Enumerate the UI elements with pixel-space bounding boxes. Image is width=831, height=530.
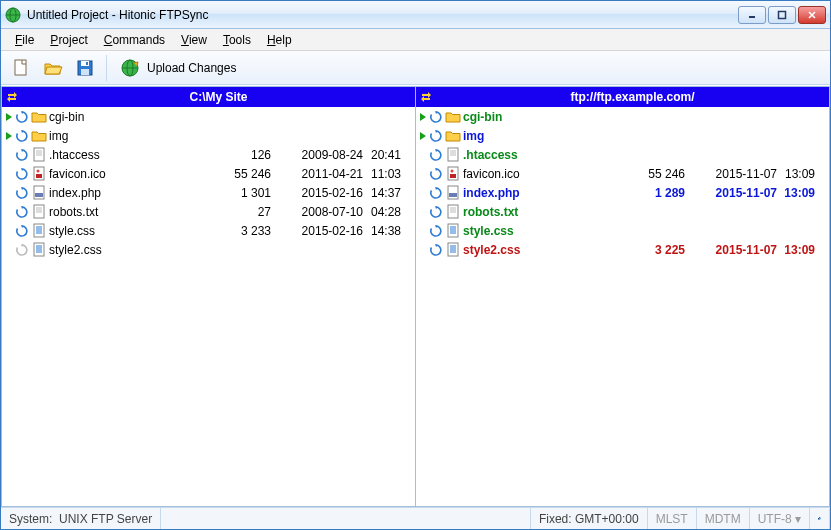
globe-icon	[5, 7, 21, 23]
item-date: 2015-11-07	[691, 186, 781, 200]
item-size: 55 246	[207, 167, 277, 181]
right-pane-title: ftp://ftp.example.com/	[436, 90, 829, 104]
list-item[interactable]: img	[416, 126, 829, 145]
svg-rect-54	[448, 186, 458, 199]
item-time: 14:38	[367, 224, 413, 238]
item-size: 55 246	[621, 167, 691, 181]
item-name: style.css	[48, 224, 207, 238]
refresh-icon[interactable]	[14, 187, 30, 199]
refresh-icon[interactable]	[14, 168, 30, 180]
sync-icon	[416, 87, 436, 107]
menu-view[interactable]: View	[173, 31, 215, 49]
svg-point-26	[37, 169, 40, 172]
item-name: favicon.ico	[48, 167, 207, 181]
open-folder-icon	[43, 58, 63, 78]
save-button[interactable]	[71, 54, 99, 82]
new-button[interactable]	[7, 54, 35, 82]
list-item[interactable]: style.css3 2332015-02-1614:38	[2, 221, 415, 240]
menu-help[interactable]: Help	[259, 31, 300, 49]
item-time: 11:03	[367, 167, 413, 181]
list-item[interactable]: cgi-bin	[2, 107, 415, 126]
list-item[interactable]: robots.txt	[416, 202, 829, 221]
svg-rect-7	[15, 60, 26, 75]
folder-icon	[30, 129, 48, 143]
file-icon	[30, 204, 48, 220]
item-date: 2008-07-10	[277, 205, 367, 219]
refresh-icon[interactable]	[428, 225, 444, 237]
right-file-list[interactable]: cgi-binimg.htaccessfavicon.ico55 2462015…	[416, 107, 829, 506]
status-system: System: UNIX FTP Server	[1, 508, 161, 529]
open-button[interactable]	[39, 54, 67, 82]
refresh-icon[interactable]	[428, 111, 444, 123]
list-item[interactable]: cgi-bin	[416, 107, 829, 126]
status-screens-icon[interactable]	[810, 508, 830, 529]
item-date: 2015-11-07	[691, 243, 781, 257]
list-item[interactable]: index.php1 3012015-02-1614:37	[2, 183, 415, 202]
menu-project[interactable]: Project	[42, 31, 95, 49]
right-pane-header[interactable]: ftp://ftp.example.com/	[416, 87, 829, 107]
list-item[interactable]: style2.css3 2252015-11-0713:09	[416, 240, 829, 259]
list-item[interactable]: .htaccess1262009-08-2420:41	[2, 145, 415, 164]
globe-upload-icon	[119, 57, 141, 79]
refresh-icon[interactable]	[14, 111, 30, 123]
file-icon	[444, 166, 462, 182]
item-date: 2015-02-16	[277, 186, 367, 200]
refresh-icon[interactable]	[14, 206, 30, 218]
list-item[interactable]: favicon.ico55 2462015-11-0713:09	[416, 164, 829, 183]
list-item[interactable]: img	[2, 126, 415, 145]
list-item[interactable]: style2.css	[2, 240, 415, 259]
refresh-icon[interactable]	[14, 149, 30, 161]
refresh-icon[interactable]	[428, 130, 444, 142]
refresh-icon[interactable]	[428, 149, 444, 161]
list-item[interactable]: .htaccess	[416, 145, 829, 164]
menu-commands[interactable]: Commands	[96, 31, 173, 49]
upload-changes-button[interactable]: Upload Changes	[114, 54, 247, 82]
file-icon	[444, 204, 462, 220]
refresh-icon[interactable]	[428, 244, 444, 256]
list-item[interactable]: index.php1 2892015-11-0713:09	[416, 183, 829, 202]
list-item[interactable]: favicon.ico55 2462011-04-2111:03	[2, 164, 415, 183]
file-icon	[444, 223, 462, 239]
refresh-icon[interactable]	[14, 244, 30, 256]
refresh-icon[interactable]	[428, 168, 444, 180]
item-name: .htaccess	[462, 148, 621, 162]
new-file-icon	[11, 58, 31, 78]
status-spacer	[161, 508, 531, 529]
list-item[interactable]: robots.txt272008-07-1004:28	[2, 202, 415, 221]
folder-icon	[30, 110, 48, 124]
left-pane-header[interactable]: C:\My Site	[2, 87, 415, 107]
item-size: 1 289	[621, 186, 691, 200]
maximize-button[interactable]	[768, 6, 796, 24]
minimize-button[interactable]	[738, 6, 766, 24]
item-time: 13:09	[781, 186, 827, 200]
item-size: 3 233	[207, 224, 277, 238]
upload-changes-label: Upload Changes	[147, 61, 236, 75]
status-timezone: Fixed: GMT+00:00	[531, 508, 648, 529]
left-file-list[interactable]: cgi-binimg.htaccess1262009-08-2420:41fav…	[2, 107, 415, 506]
svg-rect-66	[819, 517, 821, 518]
item-name: style2.css	[48, 243, 207, 257]
svg-rect-4	[779, 11, 786, 18]
item-size: 126	[207, 148, 277, 162]
item-time: 04:28	[367, 205, 413, 219]
folder-icon	[444, 129, 462, 143]
item-name: robots.txt	[48, 205, 207, 219]
list-item[interactable]: style.css	[416, 221, 829, 240]
refresh-icon[interactable]	[14, 225, 30, 237]
menu-file[interactable]: File	[7, 31, 42, 49]
file-icon	[30, 242, 48, 258]
refresh-icon[interactable]	[428, 206, 444, 218]
file-icon	[30, 223, 48, 239]
close-button[interactable]	[798, 6, 826, 24]
refresh-icon[interactable]	[428, 187, 444, 199]
expand-arrow-icon	[418, 112, 428, 122]
toolbar-separator	[106, 55, 107, 81]
item-size: 3 225	[621, 243, 691, 257]
refresh-icon[interactable]	[14, 130, 30, 142]
sync-icon	[2, 87, 22, 107]
item-date: 2009-08-24	[277, 148, 367, 162]
app-window: Untitled Project - Hitonic FTPSync File …	[0, 0, 831, 530]
item-time: 20:41	[367, 148, 413, 162]
item-name: favicon.ico	[462, 167, 621, 181]
menu-tools[interactable]: Tools	[215, 31, 259, 49]
